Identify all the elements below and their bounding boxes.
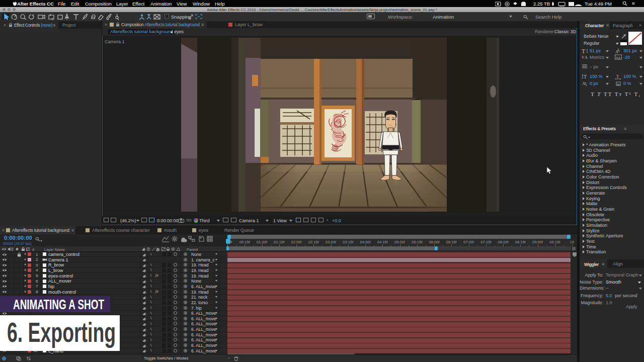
svg-text:T: T [616,74,619,79]
svg-text:fx: fx [156,247,159,251]
svg-text:A: A [615,50,618,54]
svg-text:a: a [586,83,587,86]
svg-text:T: T [584,74,587,79]
svg-text:VA: VA [616,56,620,60]
svg-text:A: A [585,55,588,60]
svg-text:A: A [582,81,586,86]
svg-text:%: % [617,83,620,86]
svg-text:T: T [582,48,586,54]
